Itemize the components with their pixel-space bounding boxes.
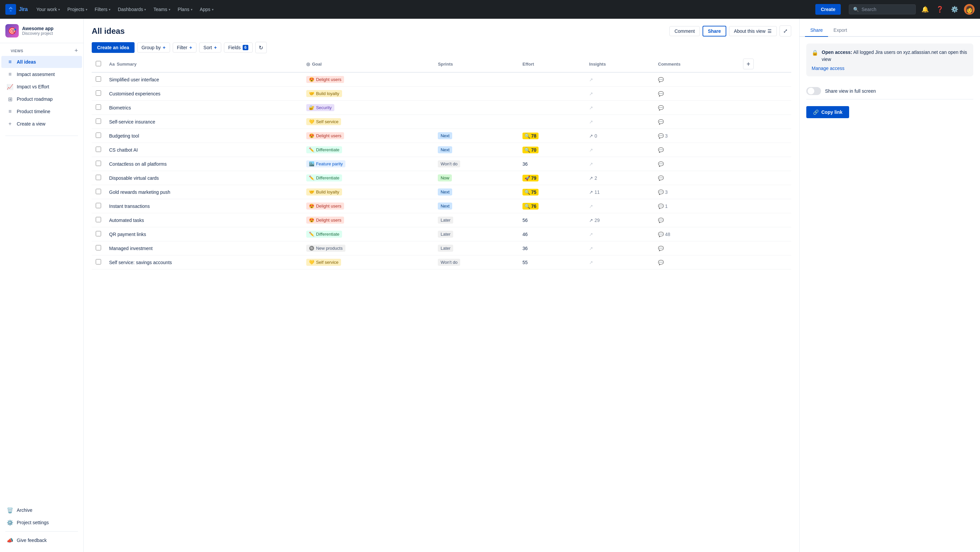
goal-badge: 🏙️ Feature parity bbox=[306, 160, 345, 167]
group-by-button[interactable]: Group by + bbox=[137, 43, 170, 52]
main-content: All ideas Comment Share About this view … bbox=[84, 19, 799, 552]
row-checkbox[interactable] bbox=[96, 76, 101, 82]
product-roadmap-icon: ⊞ bbox=[7, 96, 13, 102]
refresh-button[interactable]: ↻ bbox=[255, 42, 267, 53]
tab-share[interactable]: Share bbox=[805, 24, 828, 37]
sprint-badge: Next bbox=[438, 146, 452, 153]
notifications-button[interactable]: 🔔 bbox=[920, 4, 931, 15]
create-idea-button[interactable]: Create an idea bbox=[92, 42, 135, 53]
sidebar-item-impact-effort[interactable]: 📈 Impact vs Effort bbox=[2, 81, 82, 93]
row-checkbox[interactable] bbox=[96, 146, 101, 152]
expand-button[interactable]: ⤢ bbox=[780, 25, 791, 37]
table-row: Customised experiences 🤝 Build loyalty ↗… bbox=[92, 87, 791, 101]
score-cell: 56 bbox=[519, 213, 585, 227]
filter-button[interactable]: Filter + bbox=[173, 43, 196, 52]
sprint-cell bbox=[434, 87, 519, 101]
sidebar-item-impact-assessment[interactable]: ≡ Impact assesment bbox=[2, 68, 82, 80]
sidebar-item-archive[interactable]: 🗑️ Archive bbox=[2, 504, 82, 516]
avatar[interactable]: 👩 bbox=[964, 4, 975, 15]
sprint-badge: Next bbox=[438, 188, 452, 196]
table-row: Self service: savings accounts 💛 Self se… bbox=[92, 255, 791, 269]
nav-item-filters[interactable]: Filters ▾ bbox=[91, 5, 114, 14]
insights-cell: ↗ bbox=[585, 227, 654, 241]
add-view-button[interactable]: + bbox=[74, 47, 78, 54]
about-view-button[interactable]: About this view ☰ bbox=[729, 26, 777, 36]
row-checkbox[interactable] bbox=[96, 118, 101, 124]
comments-cell: 💬3 bbox=[654, 185, 739, 199]
row-checkbox[interactable] bbox=[96, 105, 101, 110]
create-view-icon: + bbox=[7, 121, 13, 127]
comments-cell: 💬 bbox=[654, 115, 739, 129]
nav-item-yourwork[interactable]: Your work ▾ bbox=[33, 5, 63, 14]
share-button[interactable]: Share bbox=[703, 26, 726, 37]
top-navigation: Jira Your work ▾ Projects ▾ Filters ▾ Da… bbox=[0, 0, 980, 19]
row-checkbox[interactable] bbox=[96, 259, 101, 264]
sidebar-item-product-roadmap[interactable]: ⊞ Product roadmap bbox=[2, 93, 82, 105]
sidebar-item-all-ideas[interactable]: ≡ All ideas bbox=[2, 56, 82, 68]
settings-icon: ⚙️ bbox=[7, 519, 13, 526]
sidebar-divider bbox=[5, 135, 78, 136]
insights-cell: ↗ bbox=[585, 241, 654, 255]
sidebar-views-section: VIEWS + ≡ All ideas ≡ Impact assesment 📈… bbox=[0, 43, 83, 133]
select-all-checkbox[interactable] bbox=[96, 61, 101, 66]
comments-cell: 💬48 bbox=[654, 227, 739, 241]
sidebar-item-feedback[interactable]: 📣 Give feedback bbox=[2, 534, 82, 546]
nav-item-dashboards[interactable]: Dashboards ▾ bbox=[115, 5, 150, 14]
row-checkbox[interactable] bbox=[96, 91, 101, 96]
row-checkbox[interactable] bbox=[96, 231, 101, 236]
row-summary: Self-service insurance bbox=[109, 119, 155, 124]
create-button[interactable]: Create bbox=[815, 4, 841, 15]
row-summary: Simplified user interface bbox=[109, 77, 159, 82]
row-checkbox[interactable] bbox=[96, 132, 101, 138]
help-button[interactable]: ❓ bbox=[934, 4, 945, 15]
sprint-badge: Next bbox=[438, 132, 452, 139]
row-checkbox[interactable] bbox=[96, 217, 101, 222]
col-insights: Insights bbox=[585, 56, 654, 72]
goal-badge: 💛 Self service bbox=[306, 259, 341, 266]
sort-button[interactable]: Sort + bbox=[199, 43, 221, 52]
row-checkbox[interactable] bbox=[96, 161, 101, 166]
settings-button[interactable]: ⚙️ bbox=[949, 4, 960, 15]
sprint-badge: Later bbox=[438, 245, 453, 252]
sprint-cell: Next bbox=[434, 143, 519, 157]
copy-link-button[interactable]: 🔗 Copy link bbox=[806, 106, 849, 118]
insights-cell: ↗ bbox=[585, 157, 654, 171]
nav-item-apps[interactable]: Apps ▾ bbox=[196, 5, 217, 14]
sidebar-divider-2 bbox=[5, 531, 78, 531]
comments-cell: 💬 bbox=[654, 255, 739, 269]
archive-icon: 🗑️ bbox=[7, 507, 13, 514]
fullscreen-toggle[interactable] bbox=[806, 87, 821, 95]
tab-export[interactable]: Export bbox=[828, 24, 852, 37]
sidebar: 🎯 Awesome app Discovery project VIEWS + … bbox=[0, 19, 84, 552]
score-cell bbox=[519, 72, 585, 87]
goal-badge: 😍 Delight users bbox=[306, 132, 344, 139]
fields-count-badge: 6 bbox=[243, 45, 248, 50]
comments-cell: 💬 bbox=[654, 213, 739, 227]
manage-access-link[interactable]: Manage access bbox=[811, 65, 968, 71]
row-checkbox[interactable] bbox=[96, 245, 101, 250]
nav-item-projects[interactable]: Projects ▾ bbox=[64, 5, 91, 14]
table-row: Gold rewards marketing push 🤝 Build loya… bbox=[92, 185, 791, 199]
share-tabs: Share Export bbox=[800, 24, 980, 37]
nav-item-plans[interactable]: Plans ▾ bbox=[174, 5, 196, 14]
row-checkbox[interactable] bbox=[96, 175, 101, 180]
comment-button[interactable]: Comment bbox=[670, 26, 700, 36]
sidebar-item-product-timeline[interactable]: ≡ Product timeline bbox=[2, 105, 82, 118]
table-row: CS chatbot AI ✏️ Differentiate Next 🔍70 … bbox=[92, 143, 791, 157]
fields-button[interactable]: Fields 6 bbox=[224, 43, 253, 52]
goal-badge: 🔘 New products bbox=[306, 245, 345, 252]
goal-badge: 🤝 Build loyalty bbox=[306, 90, 342, 97]
sprint-cell: Next bbox=[434, 199, 519, 213]
row-checkbox[interactable] bbox=[96, 189, 101, 194]
sidebar-item-create-view[interactable]: + Create a view bbox=[2, 118, 82, 130]
row-checkbox[interactable] bbox=[96, 203, 101, 208]
nav-logo[interactable]: Jira bbox=[5, 4, 27, 15]
table-row: Automated tasks 😍 Delight users Later 56… bbox=[92, 213, 791, 227]
add-column-button[interactable]: + bbox=[743, 59, 754, 69]
lock-icon: 🔒 bbox=[811, 49, 818, 56]
nav-item-teams[interactable]: Teams ▾ bbox=[150, 5, 173, 14]
sidebar-item-project-settings[interactable]: ⚙️ Project settings bbox=[2, 517, 82, 528]
row-summary: Managed investment bbox=[109, 246, 153, 251]
search-input[interactable]: 🔍 Search bbox=[849, 4, 916, 14]
share-content: 🔒 Open access: All logged Jira users on … bbox=[800, 37, 980, 125]
